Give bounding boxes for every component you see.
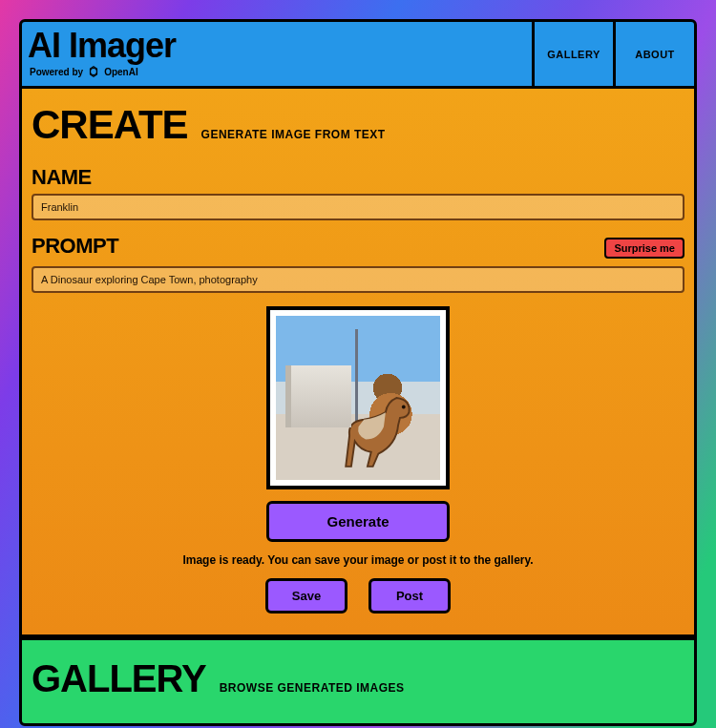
status-text: Image is ready. You can save your image … xyxy=(182,553,533,567)
name-label: NAME xyxy=(32,165,684,190)
gallery-section: GALLERY BROWSE GENERATED IMAGES xyxy=(22,634,694,723)
openai-icon xyxy=(87,65,100,80)
prompt-field: PROMPT Surprise me xyxy=(32,234,684,293)
svg-point-1 xyxy=(402,405,406,408)
nav-about[interactable]: ABOUT xyxy=(613,22,694,86)
nav-gallery[interactable]: GALLERY xyxy=(532,22,613,86)
dinosaur-illustration xyxy=(333,382,424,472)
create-title: CREATE xyxy=(32,102,188,148)
prompt-label: PROMPT xyxy=(32,234,118,259)
brand-block: AI Imager Powered by OpenAI xyxy=(22,22,532,86)
generated-image xyxy=(276,316,440,480)
powered-by: Powered by OpenAI xyxy=(28,65,522,80)
brand-title: AI Imager xyxy=(28,29,522,63)
app-window: AI Imager Powered by OpenAI GALLERY ABOU… xyxy=(19,19,697,726)
surprise-button[interactable]: Surprise me xyxy=(604,238,684,259)
powered-name: OpenAI xyxy=(104,67,138,77)
generate-button[interactable]: Generate xyxy=(266,501,450,542)
name-field: NAME xyxy=(32,165,684,220)
gallery-title: GALLERY xyxy=(32,657,206,700)
prompt-input[interactable] xyxy=(32,266,684,293)
powered-prefix: Powered by xyxy=(30,67,83,77)
post-button[interactable]: Post xyxy=(369,578,451,614)
name-input[interactable] xyxy=(32,194,684,220)
header-bar: AI Imager Powered by OpenAI GALLERY ABOU… xyxy=(22,22,694,89)
gallery-subtitle: BROWSE GENERATED IMAGES xyxy=(220,681,405,698)
create-section: CREATE GENERATE IMAGE FROM TEXT NAME PRO… xyxy=(22,89,694,634)
generated-image-preview xyxy=(266,306,450,489)
create-subtitle: GENERATE IMAGE FROM TEXT xyxy=(201,128,386,145)
save-button[interactable]: Save xyxy=(265,578,347,614)
svg-point-0 xyxy=(91,68,97,74)
